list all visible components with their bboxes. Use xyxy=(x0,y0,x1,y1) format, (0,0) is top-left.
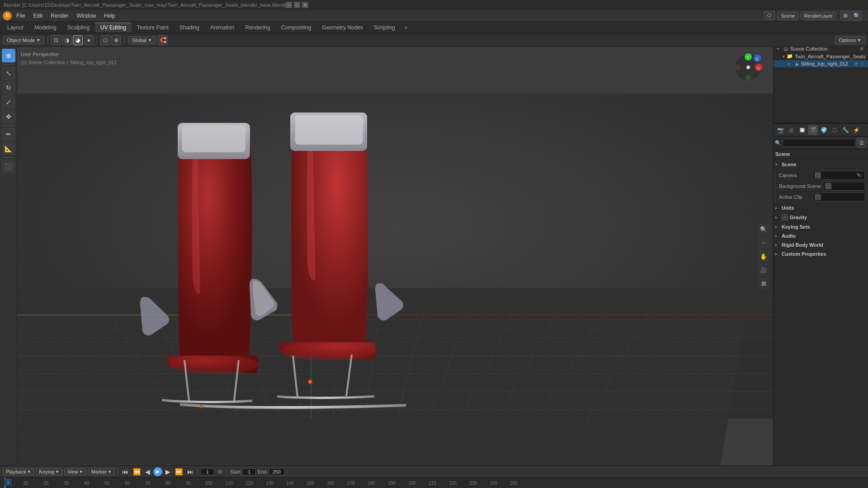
props-modifier-icon[interactable]: 🔧 xyxy=(840,125,850,135)
minimize-button[interactable]: ─ xyxy=(286,2,292,8)
annotate-tool[interactable]: ✏ xyxy=(2,127,15,141)
outliner-sitting-top[interactable]: ▸ ▲ Sitting_top_right_012 👁 ⬡ xyxy=(774,60,868,67)
timeline-numbers: 10 20 30 40 50 60 70 80 90 100 110 120 1… xyxy=(2,481,524,486)
active-clip-value[interactable] xyxy=(812,192,865,202)
cursor-tool[interactable]: ⊕ xyxy=(2,49,15,62)
marker-menu[interactable]: Marker ▼ xyxy=(88,468,115,475)
next-keyframe-icon[interactable]: ▶ xyxy=(164,468,172,475)
scale-tool[interactable]: ⤢ xyxy=(2,95,15,109)
select-icon[interactable]: ⬡ xyxy=(860,61,864,66)
scene-section-header[interactable]: ▾ Scene xyxy=(774,160,867,169)
add-workspace-button[interactable]: + xyxy=(401,23,411,33)
shading-solid-btn[interactable]: ◑ xyxy=(62,35,72,45)
outliner-twin-aircraft[interactable]: ▾ 📁 Twin_Aircraft_Passenger_Seats 👁 xyxy=(774,52,868,60)
props-physics-icon[interactable]: ⚡ xyxy=(851,125,861,135)
tl-mark-80: 80 xyxy=(158,481,178,486)
end-frame-input[interactable]: 250 xyxy=(269,468,285,475)
options-button[interactable]: Options ▼ xyxy=(835,36,865,44)
menu-help[interactable]: Help xyxy=(100,12,119,20)
jump-start-icon[interactable]: ⏮ xyxy=(121,468,130,475)
menu-file[interactable]: File xyxy=(13,12,28,20)
tab-geometry-nodes[interactable]: Geometry Nodes xyxy=(316,23,368,32)
overlays-btn[interactable]: ⬡ xyxy=(100,35,110,45)
props-output-icon[interactable]: 🖨 xyxy=(786,125,796,135)
gravity-section-header[interactable]: ▸ ✓ Gravity xyxy=(774,212,867,222)
play-button[interactable]: ▶ xyxy=(153,467,162,476)
bg-scene-value[interactable] xyxy=(823,182,865,191)
props-menu-icon[interactable]: ☰ xyxy=(857,138,867,148)
props-object-icon[interactable]: ⬡ xyxy=(830,125,840,135)
tab-layout[interactable]: Layout xyxy=(2,23,29,32)
add-cube-tool[interactable]: ⬛ xyxy=(2,160,15,173)
object-mode-selector[interactable]: Object Mode ▼ xyxy=(3,36,44,44)
camera-value[interactable]: ✎ xyxy=(812,171,865,180)
timeline-strip[interactable]: 1 10 20 30 40 50 60 70 80 90 100 110 120… xyxy=(0,478,868,488)
visibility-icon-3[interactable]: 👁 xyxy=(854,61,859,66)
playback-menu[interactable]: Playback ▼ xyxy=(3,468,34,475)
units-section-header[interactable]: ▸ Units xyxy=(774,203,867,212)
props-render-icon[interactable]: 📷 xyxy=(775,125,785,135)
tab-rendering[interactable]: Rendering xyxy=(240,23,275,32)
tl-mark-140: 140 xyxy=(280,481,300,486)
header-icon-1[interactable]: ⚙ xyxy=(840,11,850,21)
camera-edit-icon[interactable]: ✎ xyxy=(855,171,863,179)
move-tool[interactable]: ⤡ xyxy=(2,66,15,80)
close-button[interactable]: ✕ xyxy=(302,2,308,8)
props-search-input[interactable] xyxy=(783,139,855,147)
rotate-tool[interactable]: ↻ xyxy=(2,81,15,94)
snap-btn[interactable]: 🧲 xyxy=(158,35,168,45)
start-frame-input[interactable]: 1 xyxy=(242,468,256,475)
measure-tool[interactable]: 📐 xyxy=(2,142,15,155)
navigation-gizmo[interactable]: X Y Z xyxy=(732,52,764,83)
props-scene-icon[interactable]: 🎬 xyxy=(808,125,818,135)
tab-sculpting[interactable]: Sculpting xyxy=(62,23,95,32)
shading-material-btn[interactable]: ◕ xyxy=(73,35,83,45)
prev-frame-icon[interactable]: ⏪ xyxy=(132,468,142,475)
next-frame-icon[interactable]: ⏩ xyxy=(174,468,184,475)
tab-scripting[interactable]: Scripting xyxy=(368,23,401,32)
camera-view-icon[interactable]: 🎥 xyxy=(758,264,769,276)
hand-pan-icon[interactable]: ✋ xyxy=(758,250,769,262)
grid-icon[interactable]: ⊞ xyxy=(758,277,769,289)
tab-compositing[interactable]: Compositing xyxy=(276,23,317,32)
custom-props-header[interactable]: ▸ Custom Properties xyxy=(774,249,867,258)
menu-window[interactable]: Window xyxy=(73,12,99,20)
svg-point-30 xyxy=(281,342,376,361)
tab-texture-paint[interactable]: Texture Paint xyxy=(132,23,174,32)
tab-modeling[interactable]: Modeling xyxy=(29,23,62,32)
tab-uv-editing[interactable]: UV Editing xyxy=(95,23,132,32)
scene-selector[interactable]: Scene xyxy=(778,12,798,20)
gravity-checkbox[interactable]: ✓ xyxy=(782,214,788,221)
gizmo-btn[interactable]: ⊕ xyxy=(111,35,121,45)
rigid-body-world-header[interactable]: ▸ Rigid Body World xyxy=(774,240,867,249)
keying-sets-section-header[interactable]: ▸ Keying Sets xyxy=(774,222,867,231)
units-section-title: Units xyxy=(782,205,794,211)
zoom-out-icon[interactable]: − xyxy=(758,237,769,249)
view-menu[interactable]: View ▼ xyxy=(64,468,86,475)
keying-menu[interactable]: Keying ▼ xyxy=(36,468,63,475)
props-viewlayer-icon[interactable]: 🔲 xyxy=(797,125,807,135)
svg-rect-29 xyxy=(295,115,363,145)
viewport[interactable]: User Perspective (1) Scene Collection | … xyxy=(17,47,773,465)
zoom-in-icon[interactable]: 🔍 xyxy=(758,223,769,235)
viewport-type-selector[interactable]: ⎔ xyxy=(764,11,775,20)
tl-mark-100: 100 xyxy=(198,481,219,486)
jump-end-icon[interactable]: ⏭ xyxy=(186,468,195,475)
menu-render[interactable]: Render xyxy=(47,12,72,20)
tl-mark-170: 170 xyxy=(341,481,361,486)
current-frame-input[interactable]: 1 xyxy=(201,468,214,475)
render-layer-selector[interactable]: RenderLayer xyxy=(801,12,836,20)
tab-shading[interactable]: Shading xyxy=(174,23,205,32)
header-icon-2[interactable]: 🔍 xyxy=(852,11,862,21)
tab-animation[interactable]: Animation xyxy=(205,23,240,32)
menu-edit[interactable]: Edit xyxy=(29,12,46,20)
audio-section-header[interactable]: ▸ Audio xyxy=(774,231,867,240)
shading-wireframe-btn[interactable]: ⊡ xyxy=(51,35,61,45)
maximize-button[interactable]: □ xyxy=(294,2,300,8)
snap-selector[interactable]: Global ▼ xyxy=(128,36,156,44)
shading-rendered-btn[interactable]: ● xyxy=(84,35,94,45)
props-world-icon[interactable]: 🌍 xyxy=(819,125,829,135)
prev-keyframe-icon[interactable]: ◀ xyxy=(144,468,151,475)
blender-logo-icon[interactable]: B xyxy=(3,11,12,20)
transform-tool[interactable]: ✥ xyxy=(2,110,15,123)
